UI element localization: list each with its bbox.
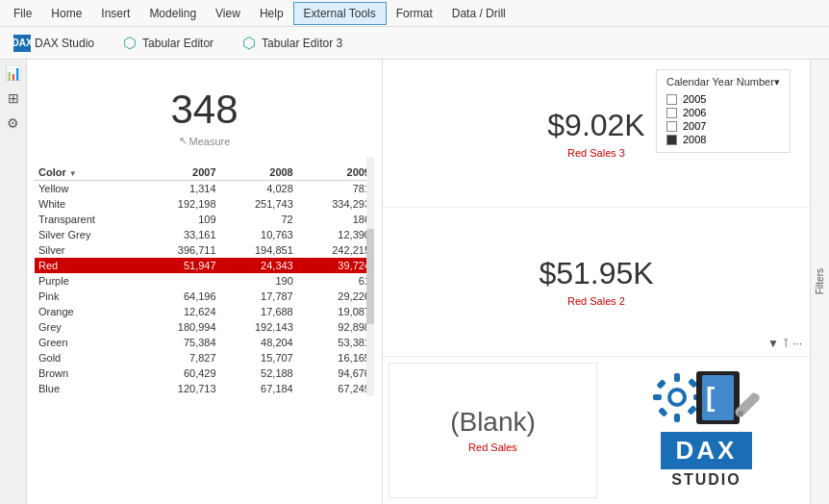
table-row[interactable]: Yellow1,3144,028781 — [35, 181, 374, 197]
more-icon[interactable]: ··· — [792, 337, 802, 350]
cell-color: White — [35, 196, 142, 212]
svg-rect-6 — [656, 379, 666, 390]
top-card-value: $9.02K — [547, 108, 644, 143]
blank-label: Red Sales — [468, 441, 517, 453]
bar-chart-icon[interactable]: 📊 — [4, 63, 23, 83]
filter-icon[interactable]: ▼ — [767, 337, 779, 350]
cell-y2009: 94,676 — [297, 365, 374, 381]
tabular-editor-3-icon: ⬡ — [240, 35, 258, 52]
table-row[interactable]: Gold7,82715,70716,165 — [35, 350, 374, 365]
col-2008[interactable]: 2008 — [220, 164, 297, 181]
cell-color: Gold — [35, 350, 142, 365]
cal-option-2008[interactable]: 2008 — [666, 133, 780, 146]
settings-icon[interactable]: ⚙ — [4, 113, 23, 133]
menu-file[interactable]: File — [4, 3, 41, 24]
right-panel: Calendar Year Number ▾ 2005 2006 2007 — [383, 60, 810, 504]
cell-y2009: 92,898 — [297, 319, 374, 335]
cal-option-2007[interactable]: 2007 — [666, 119, 780, 133]
blank-card: (Blank) Red Sales — [389, 363, 597, 498]
data-table-wrapper: Color ▼ 2007 2008 2009 Yellow1,3144,0287… — [35, 157, 374, 396]
menu-home[interactable]: Home — [41, 3, 91, 24]
dax-icon-group: [ — [651, 371, 763, 424]
cell-y2007: 7,827 — [142, 350, 219, 365]
funnel-icon[interactable]: ⊺ — [783, 337, 789, 350]
cell-y2007: 192,198 — [142, 196, 219, 212]
table-row[interactable]: Silver396,711194,851242,215 — [35, 242, 374, 258]
dax-studio-icon: DAX — [13, 35, 31, 52]
bottom-row: (Blank) Red Sales — [383, 357, 810, 504]
cell-color: Pink — [35, 289, 142, 304]
svg-point-1 — [671, 391, 683, 403]
cell-y2008: 17,787 — [220, 289, 297, 304]
menu-external-tools[interactable]: External Tools — [293, 2, 387, 25]
table-row[interactable]: Brown60,42952,18894,676 — [35, 365, 374, 381]
grid-icon[interactable]: ⊞ — [4, 88, 23, 108]
measure-label: ↖ Measure — [35, 135, 374, 147]
table-row[interactable]: Grey180,994192,14392,898 — [35, 319, 374, 335]
filter-label[interactable]: Filters — [813, 261, 827, 302]
cell-color: Yellow — [35, 181, 142, 197]
filter-sidebar[interactable]: Filters — [810, 60, 829, 504]
cal-filter-expand[interactable]: ▾ — [774, 76, 780, 88]
table-row[interactable]: Pink64,19617,78729,226 — [35, 289, 374, 304]
cell-color: Red — [35, 258, 142, 273]
report-area: 348 ↖ Measure Color ▼ 2007 2008 — [27, 60, 829, 504]
cursor-icon: ↖ — [179, 135, 188, 147]
table-row[interactable]: Orange12,62417,68819,087 — [35, 304, 374, 319]
table-row[interactable]: White192,198251,743334,293 — [35, 196, 374, 212]
studio-text: STUDIO — [671, 471, 741, 489]
cell-y2007: 120,713 — [142, 381, 219, 396]
cal-checkbox-2008[interactable] — [666, 135, 677, 145]
cal-option-2006[interactable]: 2006 — [666, 106, 780, 119]
cell-y2008: 10,763 — [220, 227, 297, 242]
cell-color: Brown — [35, 365, 142, 381]
cell-y2009: 334,293 — [297, 196, 374, 212]
cell-y2009: 12,390 — [297, 227, 374, 242]
cell-y2009: 16,165 — [297, 350, 374, 365]
table-row[interactable]: Transparent10972186 — [35, 212, 374, 227]
cell-color: Green — [35, 335, 142, 350]
scrollbar[interactable] — [366, 157, 374, 396]
cell-y2007: 109 — [142, 212, 219, 227]
scroll-thumb[interactable] — [366, 229, 374, 325]
tabular-editor-label: Tabular Editor — [142, 37, 214, 50]
menu-insert[interactable]: Insert — [91, 3, 139, 24]
table-row[interactable]: Green75,38448,20453,381 — [35, 335, 374, 350]
table-row[interactable]: Silver Grey33,16110,76312,390 — [35, 227, 374, 242]
menu-help[interactable]: Help — [250, 3, 293, 24]
menu-view[interactable]: View — [206, 3, 250, 24]
tabular-editor-button[interactable]: ⬡ Tabular Editor — [115, 31, 219, 56]
cell-y2009: 242,215 — [297, 242, 374, 258]
col-color[interactable]: Color ▼ — [35, 164, 142, 181]
cell-y2008: 72 — [220, 212, 297, 227]
tabular-editor-icon: ⬡ — [121, 35, 138, 52]
table-row[interactable]: Purple19061 — [35, 273, 374, 289]
menu-data-drill[interactable]: Data / Drill — [442, 3, 515, 24]
cell-y2007: 60,429 — [142, 365, 219, 381]
cal-checkbox-2007[interactable] — [666, 121, 677, 132]
menu-modeling[interactable]: Modeling — [139, 3, 206, 24]
sort-icon: ▼ — [69, 169, 77, 178]
tabular-editor-3-button[interactable]: ⬡ Tabular Editor 3 — [235, 31, 348, 56]
left-panel: 348 ↖ Measure Color ▼ 2007 2008 — [27, 60, 383, 504]
svg-rect-2 — [674, 373, 680, 382]
cal-option-2005[interactable]: 2005 — [666, 92, 780, 106]
dax-studio-label: DAX Studio — [35, 37, 94, 50]
cell-color: Blue — [35, 381, 142, 396]
cal-checkbox-2005[interactable] — [666, 94, 677, 105]
svg-rect-3 — [674, 414, 680, 422]
cal-filter-title: Calendar Year Number ▾ — [666, 76, 780, 88]
table-row[interactable]: Blue120,71367,18467,249 — [35, 381, 374, 396]
menu-format[interactable]: Format — [387, 3, 442, 24]
table-row[interactable]: Red51,94724,34339,724 — [35, 258, 374, 273]
dax-studio-button[interactable]: DAX DAX Studio — [8, 31, 100, 56]
dax-studio-overlay: [ DAX STUDIO — [603, 357, 810, 504]
cell-color: Transparent — [35, 212, 142, 227]
svg-point-13 — [738, 411, 743, 416]
cell-color: Purple — [35, 273, 142, 289]
col-2009[interactable]: 2009 — [297, 164, 374, 181]
cell-color: Orange — [35, 304, 142, 319]
cal-checkbox-2006[interactable] — [666, 108, 677, 118]
cell-color: Grey — [35, 319, 142, 335]
col-2007[interactable]: 2007 — [142, 164, 219, 181]
